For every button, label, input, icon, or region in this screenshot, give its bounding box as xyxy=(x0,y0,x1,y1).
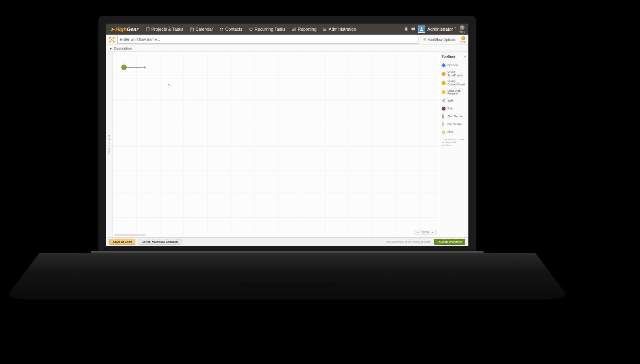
svg-point-13 xyxy=(323,30,324,30)
toolbox-item-label: Modify Task/Project xyxy=(448,71,466,77)
svg-point-17 xyxy=(113,37,115,38)
cancel-workflow-button[interactable]: Cancel Workflow Creation xyxy=(138,239,181,245)
user-name: Administrator xyxy=(427,27,453,31)
nav-label: Projects & Tasks xyxy=(152,27,183,31)
svg-rect-14 xyxy=(411,28,415,30)
add-node-button[interactable]: + xyxy=(142,65,146,69)
workflow-options-button[interactable]: ☰ Workflow Options xyxy=(421,38,458,42)
svg-point-23 xyxy=(442,90,446,94)
publish-workflow-button[interactable]: Publish Workflow xyxy=(434,239,465,245)
logo-text-high: High xyxy=(115,26,127,32)
toolbox-item-split[interactable]: Split xyxy=(441,97,467,104)
user-avatar[interactable] xyxy=(418,26,425,33)
toolbox-item-label: Exit xyxy=(448,107,452,110)
svg-point-3 xyxy=(220,28,221,29)
workflow-toolbar: ☰ Workflow Options ? Help xyxy=(106,35,468,45)
top-navbar: ➤ HighGear Projects & Tasks Calendar Con… xyxy=(106,24,468,35)
circle-icon xyxy=(441,106,446,111)
workflow-icon xyxy=(109,37,115,43)
split-icon xyxy=(441,98,446,103)
nav-projects-tasks[interactable]: Projects & Tasks xyxy=(142,24,187,35)
laptop-keyboard-base xyxy=(5,253,570,299)
description-bar[interactable]: ▸ Description xyxy=(106,45,468,52)
cursor-icon: ↖ xyxy=(168,83,171,87)
footer-bar: Save as Draft Cancel Workflow Creation T… xyxy=(106,237,468,246)
laptop-touchpad xyxy=(239,283,335,291)
options-icon: ☰ xyxy=(423,38,426,42)
svg-point-16 xyxy=(109,37,111,38)
toolbox-panel: Toolbox » DecisionModify Task/ProjectMod… xyxy=(439,52,468,237)
nav-administration[interactable]: Administration xyxy=(320,24,359,35)
toolbox-item-decision[interactable]: Decision xyxy=(441,62,467,69)
toolbox-item-modify-contact-asset[interactable]: Modify Contact/Asset xyxy=(441,79,467,87)
toolbox-item-label: End Section xyxy=(448,123,462,126)
nav-label: Contacts xyxy=(225,27,242,31)
toolbox-item-label: Make Web Request xyxy=(448,89,466,95)
save-draft-button[interactable]: Save as Draft xyxy=(109,239,135,245)
list-icon xyxy=(323,27,327,31)
toolbox-hint-text: Copy and drag to add an item to the work… xyxy=(441,137,467,148)
toolbox-item-label: Split xyxy=(448,99,453,102)
nav-reporting[interactable]: Reporting xyxy=(289,24,320,35)
bracket-icon xyxy=(441,122,446,127)
toolbox-item-modify-task-project[interactable]: Modify Task/Project xyxy=(441,70,467,78)
main-workspace: Click to expand + ↖ − 100% + Toolbox xyxy=(106,52,468,237)
svg-rect-26 xyxy=(442,122,444,126)
recurring-icon xyxy=(249,27,253,31)
svg-point-4 xyxy=(222,28,223,29)
toolbox-item-label: Start Section xyxy=(448,115,463,118)
zoom-out-button[interactable]: − xyxy=(416,231,420,234)
document-icon xyxy=(146,27,150,31)
svg-point-19 xyxy=(113,41,115,42)
user-menu[interactable]: Administrator ˅ xyxy=(427,27,457,32)
svg-point-24 xyxy=(442,107,446,111)
start-dot-icon xyxy=(121,65,127,70)
workflow-canvas[interactable]: + ↖ − 100% + xyxy=(113,52,439,237)
nav-recurring-tasks[interactable]: Recurring Tasks xyxy=(246,24,289,35)
svg-rect-1 xyxy=(190,28,193,31)
workflow-start-node[interactable]: + xyxy=(121,65,146,70)
toolbox-item-end-section[interactable]: End Section xyxy=(441,121,467,128)
toolbox-item-label: Modify Contact/Asset xyxy=(448,80,466,86)
svg-point-12 xyxy=(323,29,324,30)
bracket-icon xyxy=(441,114,446,119)
toolbox-item-make-web-request[interactable]: Make Web Request xyxy=(441,88,467,96)
toolbox-header: Toolbox » xyxy=(441,54,467,60)
chart-icon xyxy=(292,27,296,31)
toolbar-help-button[interactable]: ? Help xyxy=(461,36,466,43)
help-label-small: Help xyxy=(461,40,466,43)
chat-icon[interactable] xyxy=(411,27,416,31)
bell-icon[interactable] xyxy=(404,27,409,31)
horizontal-scrollbar[interactable] xyxy=(114,234,146,236)
zoom-controls: − 100% + xyxy=(414,230,437,235)
svg-rect-6 xyxy=(294,28,294,31)
calendar-icon xyxy=(190,27,194,31)
help-label: Help xyxy=(459,30,465,33)
zoom-in-button[interactable]: + xyxy=(431,231,434,234)
app-screen: ➤ HighGear Projects & Tasks Calendar Con… xyxy=(106,24,468,246)
toolbox-item-start-section[interactable]: Start Section xyxy=(441,113,467,120)
workflow-name-input[interactable] xyxy=(117,36,418,44)
toolbox-item-exit[interactable]: Exit xyxy=(441,105,467,112)
circle-icon xyxy=(441,81,446,85)
person-icon xyxy=(419,27,424,31)
help-button[interactable]: ? Help xyxy=(459,25,465,33)
logo-text-gear: Gear xyxy=(127,26,139,32)
zoom-level: 100% xyxy=(421,231,429,234)
toolbox-item-label: Note xyxy=(448,131,453,134)
toolbox-item-note[interactable]: Note xyxy=(441,129,467,136)
note-icon xyxy=(441,130,446,135)
nav-contacts[interactable]: Contacts xyxy=(216,24,245,35)
draft-status-text: This workflow is currently a draft. xyxy=(385,240,431,244)
expand-arrow-icon: ▸ xyxy=(110,46,112,50)
nav-label: Reporting xyxy=(298,27,316,31)
left-sidebar-collapsed[interactable]: Click to expand xyxy=(106,52,113,237)
brand-logo[interactable]: ➤ HighGear xyxy=(106,24,142,35)
nav-label: Recurring Tasks xyxy=(255,27,286,31)
svg-point-15 xyxy=(420,28,422,30)
svg-rect-25 xyxy=(442,115,444,118)
contacts-icon xyxy=(219,27,224,31)
toolbox-collapse-icon[interactable]: » xyxy=(464,55,466,59)
nav-calendar[interactable]: Calendar xyxy=(187,24,216,35)
laptop-screen-frame: ➤ HighGear Projects & Tasks Calendar Con… xyxy=(98,16,476,254)
